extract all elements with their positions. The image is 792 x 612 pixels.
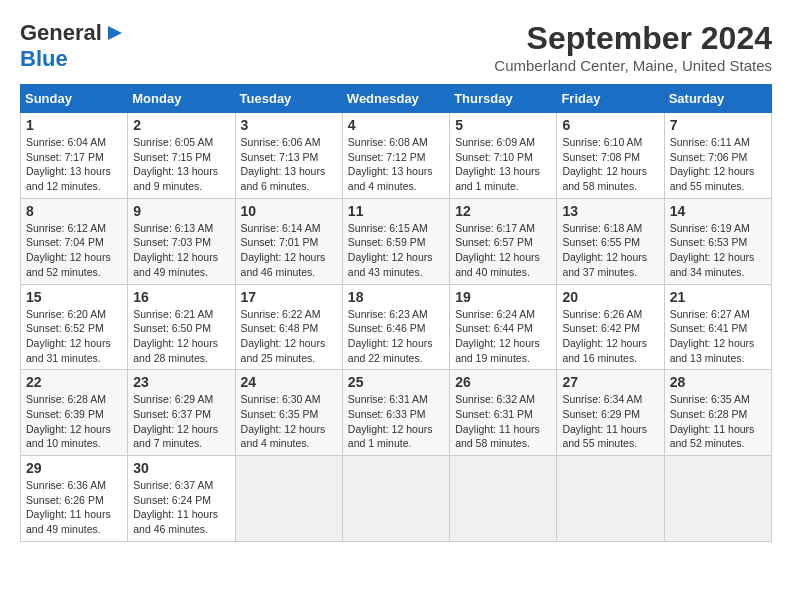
- day-number: 27: [562, 374, 658, 390]
- day-number: 12: [455, 203, 551, 219]
- location: Cumberland Center, Maine, United States: [494, 57, 772, 74]
- calendar-day-cell: 29 Sunrise: 6:36 AM Sunset: 6:26 PM Dayl…: [21, 456, 128, 542]
- empty-cell: [557, 456, 664, 542]
- logo-general: General: [20, 20, 102, 46]
- calendar-day-cell: 3 Sunrise: 6:06 AM Sunset: 7:13 PM Dayli…: [235, 113, 342, 199]
- col-friday: Friday: [557, 85, 664, 113]
- day-number: 14: [670, 203, 766, 219]
- day-number: 30: [133, 460, 229, 476]
- calendar-row: 15 Sunrise: 6:20 AM Sunset: 6:52 PM Dayl…: [21, 284, 772, 370]
- day-info: Sunrise: 6:22 AM Sunset: 6:48 PM Dayligh…: [241, 307, 337, 366]
- day-number: 7: [670, 117, 766, 133]
- day-number: 2: [133, 117, 229, 133]
- page-header: General Blue September 2024 Cumberland C…: [20, 20, 772, 74]
- col-thursday: Thursday: [450, 85, 557, 113]
- day-info: Sunrise: 6:26 AM Sunset: 6:42 PM Dayligh…: [562, 307, 658, 366]
- day-info: Sunrise: 6:18 AM Sunset: 6:55 PM Dayligh…: [562, 221, 658, 280]
- calendar-day-cell: 15 Sunrise: 6:20 AM Sunset: 6:52 PM Dayl…: [21, 284, 128, 370]
- calendar-day-cell: 21 Sunrise: 6:27 AM Sunset: 6:41 PM Dayl…: [664, 284, 771, 370]
- calendar-day-cell: 17 Sunrise: 6:22 AM Sunset: 6:48 PM Dayl…: [235, 284, 342, 370]
- calendar-day-cell: 14 Sunrise: 6:19 AM Sunset: 6:53 PM Dayl…: [664, 198, 771, 284]
- calendar-day-cell: 18 Sunrise: 6:23 AM Sunset: 6:46 PM Dayl…: [342, 284, 449, 370]
- calendar-day-cell: 1 Sunrise: 6:04 AM Sunset: 7:17 PM Dayli…: [21, 113, 128, 199]
- month-title: September 2024: [494, 20, 772, 57]
- day-number: 25: [348, 374, 444, 390]
- day-info: Sunrise: 6:30 AM Sunset: 6:35 PM Dayligh…: [241, 392, 337, 451]
- day-number: 11: [348, 203, 444, 219]
- calendar-day-cell: 25 Sunrise: 6:31 AM Sunset: 6:33 PM Dayl…: [342, 370, 449, 456]
- calendar-day-cell: 16 Sunrise: 6:21 AM Sunset: 6:50 PM Dayl…: [128, 284, 235, 370]
- calendar-row: 22 Sunrise: 6:28 AM Sunset: 6:39 PM Dayl…: [21, 370, 772, 456]
- day-info: Sunrise: 6:23 AM Sunset: 6:46 PM Dayligh…: [348, 307, 444, 366]
- day-info: Sunrise: 6:31 AM Sunset: 6:33 PM Dayligh…: [348, 392, 444, 451]
- day-number: 9: [133, 203, 229, 219]
- calendar-day-cell: 6 Sunrise: 6:10 AM Sunset: 7:08 PM Dayli…: [557, 113, 664, 199]
- day-number: 22: [26, 374, 122, 390]
- day-number: 4: [348, 117, 444, 133]
- calendar-day-cell: 26 Sunrise: 6:32 AM Sunset: 6:31 PM Dayl…: [450, 370, 557, 456]
- empty-cell: [664, 456, 771, 542]
- logo-blue: Blue: [20, 46, 68, 71]
- col-wednesday: Wednesday: [342, 85, 449, 113]
- day-info: Sunrise: 6:34 AM Sunset: 6:29 PM Dayligh…: [562, 392, 658, 451]
- calendar-table: Sunday Monday Tuesday Wednesday Thursday…: [20, 84, 772, 542]
- day-number: 21: [670, 289, 766, 305]
- calendar-day-cell: 22 Sunrise: 6:28 AM Sunset: 6:39 PM Dayl…: [21, 370, 128, 456]
- day-info: Sunrise: 6:15 AM Sunset: 6:59 PM Dayligh…: [348, 221, 444, 280]
- day-info: Sunrise: 6:17 AM Sunset: 6:57 PM Dayligh…: [455, 221, 551, 280]
- calendar-day-cell: 30 Sunrise: 6:37 AM Sunset: 6:24 PM Dayl…: [128, 456, 235, 542]
- day-info: Sunrise: 6:28 AM Sunset: 6:39 PM Dayligh…: [26, 392, 122, 451]
- day-number: 1: [26, 117, 122, 133]
- day-number: 29: [26, 460, 122, 476]
- day-number: 8: [26, 203, 122, 219]
- day-number: 26: [455, 374, 551, 390]
- day-info: Sunrise: 6:19 AM Sunset: 6:53 PM Dayligh…: [670, 221, 766, 280]
- calendar-day-cell: 2 Sunrise: 6:05 AM Sunset: 7:15 PM Dayli…: [128, 113, 235, 199]
- logo: General Blue: [20, 20, 126, 72]
- day-number: 20: [562, 289, 658, 305]
- day-number: 16: [133, 289, 229, 305]
- day-number: 18: [348, 289, 444, 305]
- day-number: 19: [455, 289, 551, 305]
- day-info: Sunrise: 6:35 AM Sunset: 6:28 PM Dayligh…: [670, 392, 766, 451]
- day-info: Sunrise: 6:36 AM Sunset: 6:26 PM Dayligh…: [26, 478, 122, 537]
- day-number: 6: [562, 117, 658, 133]
- svg-marker-0: [108, 26, 122, 40]
- day-number: 24: [241, 374, 337, 390]
- day-number: 10: [241, 203, 337, 219]
- calendar-day-cell: 19 Sunrise: 6:24 AM Sunset: 6:44 PM Dayl…: [450, 284, 557, 370]
- day-info: Sunrise: 6:20 AM Sunset: 6:52 PM Dayligh…: [26, 307, 122, 366]
- col-sunday: Sunday: [21, 85, 128, 113]
- calendar-day-cell: 12 Sunrise: 6:17 AM Sunset: 6:57 PM Dayl…: [450, 198, 557, 284]
- day-info: Sunrise: 6:09 AM Sunset: 7:10 PM Dayligh…: [455, 135, 551, 194]
- day-info: Sunrise: 6:24 AM Sunset: 6:44 PM Dayligh…: [455, 307, 551, 366]
- calendar-day-cell: 27 Sunrise: 6:34 AM Sunset: 6:29 PM Dayl…: [557, 370, 664, 456]
- day-info: Sunrise: 6:08 AM Sunset: 7:12 PM Dayligh…: [348, 135, 444, 194]
- day-info: Sunrise: 6:27 AM Sunset: 6:41 PM Dayligh…: [670, 307, 766, 366]
- empty-cell: [450, 456, 557, 542]
- empty-cell: [235, 456, 342, 542]
- day-number: 23: [133, 374, 229, 390]
- calendar-header-row: Sunday Monday Tuesday Wednesday Thursday…: [21, 85, 772, 113]
- calendar-row: 8 Sunrise: 6:12 AM Sunset: 7:04 PM Dayli…: [21, 198, 772, 284]
- day-info: Sunrise: 6:06 AM Sunset: 7:13 PM Dayligh…: [241, 135, 337, 194]
- col-saturday: Saturday: [664, 85, 771, 113]
- day-info: Sunrise: 6:21 AM Sunset: 6:50 PM Dayligh…: [133, 307, 229, 366]
- calendar-day-cell: 24 Sunrise: 6:30 AM Sunset: 6:35 PM Dayl…: [235, 370, 342, 456]
- day-number: 13: [562, 203, 658, 219]
- calendar-row: 29 Sunrise: 6:36 AM Sunset: 6:26 PM Dayl…: [21, 456, 772, 542]
- calendar-day-cell: 13 Sunrise: 6:18 AM Sunset: 6:55 PM Dayl…: [557, 198, 664, 284]
- calendar-day-cell: 28 Sunrise: 6:35 AM Sunset: 6:28 PM Dayl…: [664, 370, 771, 456]
- calendar-day-cell: 10 Sunrise: 6:14 AM Sunset: 7:01 PM Dayl…: [235, 198, 342, 284]
- day-info: Sunrise: 6:32 AM Sunset: 6:31 PM Dayligh…: [455, 392, 551, 451]
- logo-arrow-icon: [104, 22, 126, 44]
- day-number: 28: [670, 374, 766, 390]
- calendar-day-cell: 8 Sunrise: 6:12 AM Sunset: 7:04 PM Dayli…: [21, 198, 128, 284]
- day-number: 15: [26, 289, 122, 305]
- title-block: September 2024 Cumberland Center, Maine,…: [494, 20, 772, 74]
- calendar-day-cell: 20 Sunrise: 6:26 AM Sunset: 6:42 PM Dayl…: [557, 284, 664, 370]
- calendar-day-cell: 23 Sunrise: 6:29 AM Sunset: 6:37 PM Dayl…: [128, 370, 235, 456]
- col-tuesday: Tuesday: [235, 85, 342, 113]
- day-info: Sunrise: 6:13 AM Sunset: 7:03 PM Dayligh…: [133, 221, 229, 280]
- calendar-row: 1 Sunrise: 6:04 AM Sunset: 7:17 PM Dayli…: [21, 113, 772, 199]
